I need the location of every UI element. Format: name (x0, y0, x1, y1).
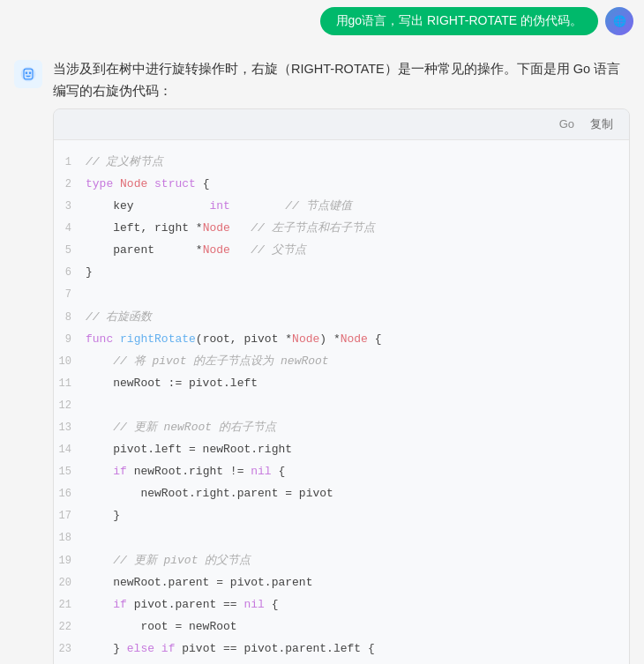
code-line: 22 root = newRoot (54, 616, 629, 638)
code-line: 4 left, right *Node // 左子节点和右子节点 (54, 218, 629, 240)
line-number: 12 (54, 397, 86, 414)
line-number: 21 (54, 596, 86, 614)
line-number: 20 (54, 574, 86, 592)
line-number: 4 (54, 220, 86, 237)
code-line: 7 (54, 284, 629, 306)
line-code: newRoot.parent = pivot.parent (86, 573, 312, 593)
line-code: type Node struct { (86, 175, 209, 194)
code-line: 14 pivot.left = newRoot.right (54, 439, 629, 461)
code-line: 11 newRoot := pivot.left (54, 372, 629, 394)
line-code: pivot.left = newRoot.right (86, 440, 292, 459)
line-number: 13 (54, 419, 86, 436)
line-code: if newRoot.right != nil { (86, 462, 285, 481)
line-code: root = newRoot (86, 617, 237, 637)
code-line: 3 key int // 节点键值 (54, 196, 629, 218)
avatar-initials: 🌐 (613, 15, 626, 27)
line-code (86, 285, 93, 304)
code-line: 2type Node struct { (54, 173, 629, 195)
line-number: 5 (54, 242, 86, 259)
code-line: 20 newRoot.parent = pivot.parent (54, 571, 629, 593)
code-line: 17 } (54, 505, 629, 527)
line-number: 10 (54, 353, 86, 370)
line-code: newRoot := pivot.left (86, 374, 258, 393)
line-number: 19 (54, 552, 86, 570)
code-line: 18 (54, 527, 629, 549)
message-content: 当涉及到在树中进行旋转操作时，右旋（RIGHT-ROTATE）是一种常见的操作。… (53, 58, 630, 664)
line-code (86, 396, 93, 415)
line-code: } (86, 263, 93, 282)
line-code: // 更新 newRoot 的右子节点 (86, 418, 276, 437)
line-code: // 将 pivot 的左子节点设为 newRoot (86, 352, 329, 371)
code-line: 8// 右旋函数 (54, 306, 629, 328)
line-number: 15 (54, 463, 86, 481)
line-number: 11 (54, 375, 86, 392)
line-code: left, right *Node // 左子节点和右子节点 (86, 219, 375, 238)
line-code: // 右旋函数 (86, 308, 152, 327)
code-line: 12 (54, 394, 629, 416)
line-code: newRoot.right.parent = pivot (86, 484, 333, 504)
code-line: 19 // 更新 pivot 的父节点 (54, 549, 629, 571)
line-code: // 定义树节点 (86, 153, 163, 172)
code-line: 21 if pivot.parent == nil { (54, 593, 629, 616)
code-line: 9func rightRotate(root, pivot *Node) *No… (54, 328, 629, 350)
code-line: 1// 定义树节点 (54, 151, 629, 173)
code-body: 1// 定义树节点2type Node struct {3 key int //… (54, 140, 629, 664)
line-number: 18 (54, 529, 86, 547)
line-code: } (86, 506, 120, 526)
bot-icon (14, 60, 42, 88)
message-intro: 当涉及到在树中进行旋转操作时，右旋（RIGHT-ROTATE）是一种常见的操作。… (53, 58, 630, 101)
message-row: 当涉及到在树中进行旋转操作时，右旋（RIGHT-ROTATE）是一种常见的操作。… (0, 51, 644, 664)
code-block-wrapper: Go 复制 1// 定义树节点2type Node struct {3 key … (53, 108, 630, 664)
code-line: 6} (54, 262, 629, 284)
line-number: 22 (54, 618, 86, 636)
line-number: 7 (54, 286, 86, 303)
copy-button[interactable]: 复制 (587, 115, 617, 134)
code-line: 15 if newRoot.right != nil { (54, 461, 629, 483)
line-number: 17 (54, 507, 86, 525)
code-block-header: Go 复制 (54, 109, 629, 140)
code-line: 16 newRoot.right.parent = pivot (54, 483, 629, 505)
line-number: 8 (54, 309, 86, 326)
line-number: 9 (54, 331, 86, 348)
line-number: 3 (54, 198, 86, 215)
line-number: 1 (54, 153, 86, 171)
line-code: // 更新 pivot 的父节点 (86, 551, 251, 571)
code-line: 10 // 将 pivot 的左子节点设为 newRoot (54, 350, 629, 372)
line-code: if pivot.parent == nil { (86, 595, 278, 615)
top-bar: 用go语言，写出 RIGHT-ROTATE 的伪代码。 🌐 (0, 0, 644, 42)
line-number: 14 (54, 441, 86, 459)
line-number: 16 (54, 485, 86, 503)
line-number: 2 (54, 175, 86, 193)
line-code: } else if pivot == pivot.parent.left { (86, 639, 375, 659)
line-code (86, 528, 93, 548)
code-line: 24 pivot.parent.left = newRoot (54, 660, 629, 664)
code-lang-label: Go (559, 115, 574, 134)
code-line: 13 // 更新 newRoot 的右子节点 (54, 417, 629, 439)
line-code: func rightRotate(root, pivot *Node) *Nod… (86, 330, 382, 349)
line-code: parent *Node // 父节点 (86, 241, 306, 260)
chat-area: 当涉及到在树中进行旋转操作时，右旋（RIGHT-ROTATE）是一种常见的操作。… (0, 42, 644, 664)
go-button[interactable]: 用go语言，写出 RIGHT-ROTATE 的伪代码。 (320, 7, 599, 35)
line-code: key int // 节点键值 (86, 197, 352, 216)
code-line: 5 parent *Node // 父节点 (54, 240, 629, 262)
line-number: 23 (54, 640, 86, 658)
line-number: 6 (54, 264, 86, 281)
code-line: 23 } else if pivot == pivot.parent.left … (54, 638, 629, 660)
avatar: 🌐 (605, 7, 633, 35)
